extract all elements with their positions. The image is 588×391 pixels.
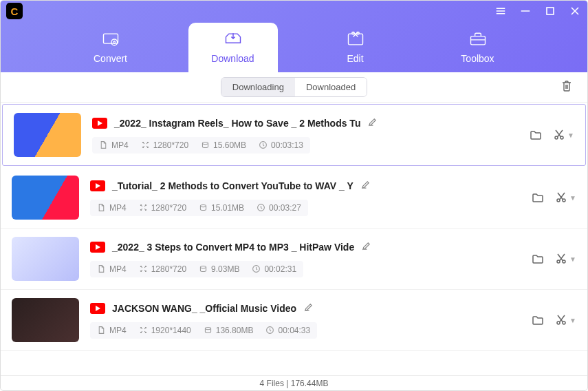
nav-download-label: Download: [211, 53, 254, 64]
rename-icon[interactable]: [360, 180, 371, 193]
nav-toolbox[interactable]: Toolbox: [433, 30, 523, 72]
rename-icon[interactable]: [367, 117, 378, 130]
resolution-label: 1920*1440: [139, 326, 191, 335]
svg-marker-14: [98, 120, 102, 126]
maximize-button[interactable]: [543, 4, 557, 18]
minimize-button[interactable]: [519, 4, 532, 18]
duration-label: 00:03:27: [257, 203, 301, 213]
nav-edit-label: Edit: [347, 53, 363, 64]
nav-convert[interactable]: Convert: [66, 30, 155, 72]
download-row[interactable]: JACKSON WANG_ _Official Music VideoMP419…: [1, 290, 587, 351]
resolution-label: 1280*720: [139, 264, 186, 274]
rename-icon[interactable]: [361, 241, 371, 254]
size-label: 15.01MB: [199, 203, 244, 213]
svg-rect-7: [103, 34, 118, 43]
status-segmented: Downloading Downloaded: [221, 77, 367, 97]
video-title: _Tutorial_ 2 Methods to Convert YouTube …: [112, 180, 353, 191]
format-label: MP4: [97, 264, 127, 274]
thumbnail: [12, 176, 79, 220]
open-folder-button[interactable]: [531, 313, 545, 327]
thumbnail: [12, 298, 79, 342]
size-label: 15.60MB: [201, 140, 246, 150]
video-title: _2022_ 3 Steps to Convert MP4 to MP3 _ H…: [112, 242, 354, 253]
download-row[interactable]: _2022_ Instagram Reels_ How to Save _ 2 …: [2, 104, 586, 166]
format-label: MP4: [97, 326, 127, 335]
thumbnail: [12, 237, 79, 281]
size-label: 9.03MB: [199, 264, 239, 274]
svg-point-25: [201, 266, 206, 268]
svg-rect-4: [547, 8, 554, 14]
close-button[interactable]: [568, 4, 582, 18]
svg-point-20: [201, 204, 206, 207]
download-list: _2022_ Instagram Reels_ How to Save _ 2 …: [1, 103, 587, 375]
youtube-icon: [92, 118, 107, 129]
download-row[interactable]: _2022_ 3 Steps to Convert MP4 to MP3 _ H…: [1, 229, 587, 290]
duration-label: 00:02:31: [252, 264, 296, 274]
svg-marker-24: [96, 244, 100, 250]
svg-marker-19: [96, 183, 100, 189]
download-row[interactable]: _Tutorial_ 2 Methods to Convert YouTube …: [1, 167, 587, 229]
edit-video-button[interactable]: ▼: [552, 128, 574, 142]
svg-rect-9: [348, 34, 362, 45]
video-info: MP41280*72015.60MB00:03:13: [92, 137, 310, 154]
duration-label: 00:04:33: [265, 326, 310, 335]
video-title: JACKSON WANG_ _Official Music Video: [112, 303, 296, 314]
thumbnail: [14, 113, 81, 157]
open-folder-button[interactable]: [531, 252, 545, 266]
resolution-label: 1280*720: [141, 140, 188, 150]
app-logo: C: [6, 3, 23, 19]
open-folder-button[interactable]: [529, 128, 543, 142]
trash-button[interactable]: [560, 79, 574, 96]
status-footer: 4 Files | 176.44MB: [1, 375, 587, 390]
svg-point-11: [356, 32, 359, 35]
tab-downloading[interactable]: Downloading: [221, 78, 295, 96]
nav-convert-label: Convert: [94, 53, 127, 64]
svg-marker-29: [96, 306, 100, 311]
youtube-icon: [90, 242, 105, 253]
svg-point-8: [111, 39, 117, 45]
video-title: _2022_ Instagram Reels_ How to Save _ 2 …: [114, 118, 360, 129]
video-info: MP41280*7209.03MB00:02:31: [90, 261, 303, 277]
resolution-label: 1280*720: [139, 203, 186, 213]
svg-point-15: [203, 142, 208, 144]
nav-toolbox-label: Toolbox: [461, 53, 494, 64]
rename-icon[interactable]: [303, 302, 314, 315]
size-label: 136.80MB: [204, 326, 254, 335]
svg-rect-12: [470, 36, 485, 45]
duration-label: 00:03:13: [259, 140, 303, 150]
format-label: MP4: [99, 140, 129, 150]
svg-point-10: [351, 32, 354, 35]
youtube-icon: [90, 303, 105, 314]
open-folder-button[interactable]: [531, 191, 545, 204]
edit-video-button[interactable]: ▼: [554, 313, 576, 327]
nav-download[interactable]: Download: [188, 23, 278, 72]
svg-point-30: [205, 327, 210, 329]
tab-downloaded[interactable]: Downloaded: [295, 78, 367, 96]
edit-video-button[interactable]: ▼: [554, 191, 576, 204]
menu-icon[interactable]: [494, 4, 508, 18]
youtube-icon: [90, 180, 105, 191]
nav-edit[interactable]: Edit: [311, 30, 400, 72]
video-info: MP41280*72015.01MB00:03:27: [90, 200, 308, 216]
edit-video-button[interactable]: ▼: [554, 252, 576, 266]
format-label: MP4: [97, 203, 127, 213]
video-info: MP41920*1440136.80MB00:04:33: [90, 322, 317, 339]
